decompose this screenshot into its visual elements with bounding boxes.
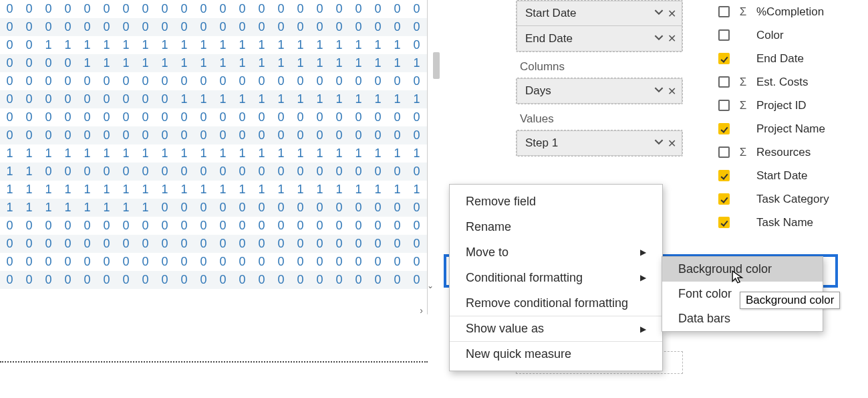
canvas-pane-handle[interactable] (433, 52, 440, 79)
matrix-cell: 0 (116, 253, 136, 271)
matrix-row: 0000000000000000000000 (0, 253, 427, 271)
matrix-cell: 0 (252, 0, 271, 18)
well-item-label: Days (525, 84, 654, 98)
matrix-cell: 0 (0, 253, 19, 271)
values-item-step-1[interactable]: Step 1 ✕ (517, 130, 682, 156)
field-row--completion[interactable]: Σ%Completion (718, 0, 865, 23)
remove-icon[interactable]: ✕ (668, 85, 676, 98)
field-label: Task Category (756, 193, 865, 206)
matrix-cell: 0 (310, 0, 329, 18)
field-label: Project ID (756, 99, 865, 112)
checkbox[interactable] (718, 146, 730, 158)
checkbox[interactable] (718, 53, 730, 64)
matrix-cell: 1 (19, 199, 39, 217)
rows-well[interactable]: Start Date ✕ End Date ✕ (516, 0, 683, 52)
checkbox[interactable] (718, 170, 730, 181)
matrix-cell: 0 (233, 217, 252, 235)
matrix-cell: 1 (349, 54, 368, 72)
remove-icon[interactable]: ✕ (668, 7, 676, 20)
columns-well[interactable]: Days ✕ (516, 78, 683, 104)
menu-item-show-value-as[interactable]: Show value as▶ (450, 316, 662, 341)
matrix-cell: 0 (252, 217, 271, 235)
matrix-cell: 0 (271, 72, 291, 90)
checkbox[interactable] (718, 76, 730, 88)
field-row-task-category[interactable]: ΣTask Category (718, 187, 865, 211)
matrix-cell: 1 (349, 144, 368, 163)
rows-item-end-date[interactable]: End Date ✕ (517, 26, 682, 52)
matrix-cell: 1 (329, 54, 349, 72)
matrix-cell: 1 (252, 36, 271, 54)
matrix-cell: 0 (271, 0, 291, 18)
menu-item-remove-field[interactable]: Remove field (450, 189, 662, 214)
checkbox[interactable] (718, 193, 730, 205)
matrix-scroll-h[interactable]: › (0, 305, 427, 315)
matrix-cell: 0 (174, 199, 194, 217)
matrix-cell: 1 (388, 36, 407, 54)
matrix-cell: 1 (213, 181, 233, 199)
matrix-cell: 1 (116, 36, 136, 54)
submenu-item-data-bars[interactable]: Data bars (662, 306, 823, 331)
field-row-project-id[interactable]: ΣProject ID (718, 94, 865, 117)
matrix-cell: 0 (58, 54, 78, 72)
checkbox[interactable] (718, 123, 730, 134)
matrix-cell: 1 (329, 90, 349, 108)
context-menu: Remove fieldRenameMove to▶Conditional fo… (449, 184, 663, 371)
menu-item-conditional-formatting[interactable]: Conditional formatting▶ (450, 265, 662, 290)
checkbox[interactable] (718, 29, 730, 41)
submenu-item-background-color[interactable]: Background color (662, 257, 823, 282)
matrix-cell: 0 (291, 163, 310, 181)
columns-item-days[interactable]: Days ✕ (517, 78, 682, 104)
checkbox[interactable] (718, 6, 730, 17)
values-well[interactable]: Step 1 ✕ (516, 130, 683, 157)
matrix-cell: 0 (407, 126, 426, 144)
checkbox[interactable] (718, 100, 730, 111)
rows-item-start-date[interactable]: Start Date ✕ (517, 1, 682, 26)
matrix-visual[interactable]: 0000000000000000000000000000000000000000… (0, 0, 428, 314)
chevron-down-icon[interactable] (654, 32, 664, 45)
matrix-cell: 1 (97, 181, 116, 199)
field-row-end-date[interactable]: ΣEnd Date (718, 47, 865, 70)
chevron-down-icon[interactable] (654, 7, 664, 20)
matrix-cell: 0 (213, 0, 233, 18)
matrix-cell: 0 (252, 18, 271, 36)
matrix-scroll-v[interactable]: ⌄ (427, 281, 434, 290)
field-row-start-date[interactable]: ΣStart Date (718, 164, 865, 187)
matrix-cell: 0 (97, 108, 116, 126)
field-label: %Completion (756, 5, 865, 19)
matrix-cell: 0 (58, 253, 78, 271)
remove-icon[interactable]: ✕ (668, 32, 676, 45)
chevron-right-icon: ▶ (640, 273, 646, 282)
menu-item-remove-conditional-formatting[interactable]: Remove conditional formatting (450, 290, 662, 316)
matrix-cell: 0 (58, 126, 78, 144)
matrix-cell: 0 (97, 126, 116, 144)
matrix-cell: 0 (155, 108, 174, 126)
selection-border-bottom (0, 361, 428, 363)
matrix-cell: 0 (97, 217, 116, 235)
matrix-cell: 0 (19, 271, 39, 289)
matrix-cell: 0 (0, 235, 19, 253)
chevron-down-icon[interactable] (654, 84, 664, 98)
chevron-down-icon[interactable] (654, 136, 664, 150)
matrix-row: 0011111111111111111110 (0, 36, 427, 54)
matrix-cell: 0 (349, 271, 368, 289)
field-row-color[interactable]: ΣColor (718, 23, 865, 47)
matrix-cell: 0 (0, 72, 19, 90)
field-row-resources[interactable]: ΣResources (718, 140, 865, 164)
menu-item-rename[interactable]: Rename (450, 214, 662, 239)
sigma-icon: Σ (736, 76, 750, 89)
field-row-task-name[interactable]: ΣTask Name (718, 211, 865, 234)
menu-item-new-quick-measure[interactable]: New quick measure (450, 341, 662, 367)
matrix-cell: 1 (19, 144, 39, 163)
matrix-cell: 0 (213, 163, 233, 181)
matrix-cell: 1 (78, 199, 97, 217)
matrix-cell: 0 (388, 126, 407, 144)
menu-item-move-to[interactable]: Move to▶ (450, 239, 662, 265)
matrix-cell: 0 (349, 163, 368, 181)
remove-icon[interactable]: ✕ (668, 137, 676, 150)
matrix-cell: 1 (388, 90, 407, 108)
matrix-cell: 1 (136, 36, 155, 54)
field-row-est-costs[interactable]: ΣEst. Costs (718, 70, 865, 94)
matrix-cell: 0 (233, 271, 252, 289)
checkbox[interactable] (718, 217, 730, 228)
field-row-project-name[interactable]: ΣProject Name (718, 117, 865, 140)
